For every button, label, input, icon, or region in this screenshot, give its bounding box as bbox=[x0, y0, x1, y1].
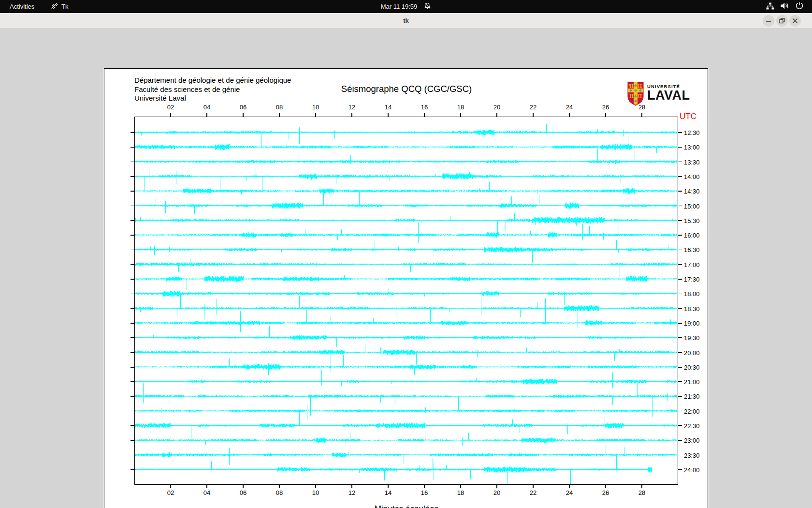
x-tick-label-bottom: 02 bbox=[163, 489, 178, 496]
close-button[interactable] bbox=[789, 15, 801, 27]
logo-laval-text: LAVAL bbox=[647, 89, 690, 102]
x-tick-bottom bbox=[569, 485, 570, 488]
trace-row-tick-left bbox=[130, 367, 134, 368]
x-tick-label-top: 18 bbox=[453, 104, 468, 111]
trace-row-tick-left bbox=[130, 206, 134, 207]
trace-row-label: 24:00 bbox=[684, 466, 700, 473]
trace-row-label: 23:30 bbox=[684, 451, 700, 459]
institution-header: Département de géologie et de génie géol… bbox=[134, 76, 291, 103]
trace-row-tick-left bbox=[130, 279, 134, 280]
trace-row-label: 14:30 bbox=[684, 188, 700, 195]
x-tick-label-bottom: 14 bbox=[381, 489, 395, 496]
utc-label: UTC bbox=[680, 112, 696, 121]
x-tick-top bbox=[170, 113, 171, 117]
trace-row-label: 13:00 bbox=[684, 144, 700, 151]
trace-row-label: 15:00 bbox=[684, 202, 700, 209]
trace-row-tick-left bbox=[130, 294, 134, 295]
header-line-3: Université Laval bbox=[134, 94, 186, 102]
trace-row-tick-right bbox=[678, 132, 682, 133]
trace-row-label: 15:30 bbox=[684, 217, 700, 224]
trace-row-tick-left bbox=[130, 176, 134, 177]
x-tick-top bbox=[424, 113, 425, 117]
network-wired-icon bbox=[766, 2, 774, 11]
x-tick-bottom bbox=[243, 485, 244, 488]
chart-title: Séismographe QCQ (CGC/GSC) bbox=[341, 84, 472, 94]
x-tick-label-top: 08 bbox=[272, 104, 287, 111]
notifications-muted-icon bbox=[424, 2, 431, 11]
system-status-menu[interactable] bbox=[764, 0, 805, 13]
minimize-button[interactable] bbox=[763, 15, 774, 27]
header-line-1: Département de géologie et de génie géol… bbox=[134, 76, 291, 84]
trace-row-tick-right bbox=[678, 191, 682, 192]
trace-row-tick-left bbox=[130, 323, 134, 324]
trace-row-tick-right bbox=[678, 206, 682, 207]
x-tick-bottom bbox=[206, 485, 207, 488]
x-tick-bottom bbox=[605, 485, 606, 488]
trace-row-tick-left bbox=[130, 352, 134, 353]
x-tick-bottom bbox=[315, 485, 316, 488]
trace-row-tick-left bbox=[130, 411, 134, 412]
x-tick-label-top: 02 bbox=[163, 104, 178, 111]
trace-row-label: 17:00 bbox=[684, 261, 700, 268]
trace-row-tick-right bbox=[678, 279, 682, 280]
trace-row-tick-right bbox=[678, 162, 682, 163]
clock-menu-button[interactable]: Mar 11 19:59 bbox=[0, 0, 812, 13]
x-tick-top bbox=[569, 113, 570, 117]
trace-row-tick-right bbox=[678, 235, 682, 236]
x-tick-label-bottom: 28 bbox=[635, 489, 649, 496]
trace-row-label: 18:30 bbox=[684, 305, 700, 312]
x-tick-top bbox=[315, 113, 316, 117]
x-tick-label-top: 24 bbox=[562, 104, 577, 111]
x-tick-top bbox=[351, 113, 352, 117]
x-tick-label-top: 26 bbox=[598, 104, 613, 111]
trace-row-tick-right bbox=[678, 425, 682, 426]
power-icon bbox=[796, 2, 803, 11]
x-tick-top bbox=[605, 113, 606, 117]
trace-row-tick-left bbox=[130, 220, 134, 221]
x-tick-label-top: 20 bbox=[490, 104, 504, 111]
window-title: tk bbox=[0, 13, 812, 28]
trace-row-tick-right bbox=[678, 294, 682, 295]
x-tick-bottom bbox=[424, 485, 425, 488]
trace-canvas bbox=[135, 117, 677, 484]
seismograph-plot-frame bbox=[134, 117, 678, 485]
x-tick-bottom bbox=[279, 485, 280, 488]
x-tick-label-top: 22 bbox=[526, 104, 540, 111]
trace-row-label: 21:00 bbox=[684, 378, 700, 386]
x-tick-top bbox=[641, 113, 642, 117]
x-tick-top bbox=[243, 113, 244, 117]
trace-row-tick-left bbox=[130, 250, 134, 251]
x-tick-bottom bbox=[533, 485, 534, 488]
x-tick-label-bottom: 26 bbox=[598, 489, 613, 496]
window-titlebar[interactable]: tk bbox=[0, 13, 812, 29]
trace-row-tick-left bbox=[130, 469, 134, 470]
trace-row-tick-left bbox=[130, 235, 134, 236]
trace-row-tick-right bbox=[678, 176, 682, 177]
trace-row-tick-left bbox=[130, 264, 134, 265]
x-tick-label-top: 04 bbox=[200, 104, 214, 111]
trace-row-tick-left bbox=[130, 147, 134, 148]
x-tick-label-bottom: 20 bbox=[490, 489, 504, 496]
x-tick-top bbox=[279, 113, 280, 117]
x-tick-label-bottom: 04 bbox=[200, 489, 214, 496]
header-line-2: Faculté des sciences et de génie bbox=[134, 85, 240, 93]
x-tick-label-top: 10 bbox=[308, 104, 323, 111]
maximize-button[interactable] bbox=[776, 15, 788, 27]
trace-row-tick-right bbox=[678, 250, 682, 251]
x-tick-label-top: 28 bbox=[635, 104, 649, 111]
trace-row-label: 19:30 bbox=[684, 334, 700, 342]
seismograph-card: Département de géologie et de génie géol… bbox=[104, 68, 708, 508]
trace-row-label: 21:30 bbox=[684, 393, 700, 400]
trace-row-tick-left bbox=[130, 455, 134, 456]
trace-row-tick-right bbox=[678, 440, 682, 441]
trace-row-tick-left bbox=[130, 396, 134, 397]
trace-row-label: 19:00 bbox=[684, 319, 700, 327]
xaxis-title: Minutes écoulées bbox=[375, 504, 438, 508]
x-tick-bottom bbox=[460, 485, 461, 488]
x-tick-label-bottom: 24 bbox=[562, 489, 577, 496]
trace-row-tick-left bbox=[130, 308, 134, 309]
x-tick-top bbox=[460, 113, 461, 117]
trace-row-tick-left bbox=[130, 162, 134, 163]
trace-row-tick-right bbox=[678, 308, 682, 309]
trace-row-tick-right bbox=[678, 264, 682, 265]
